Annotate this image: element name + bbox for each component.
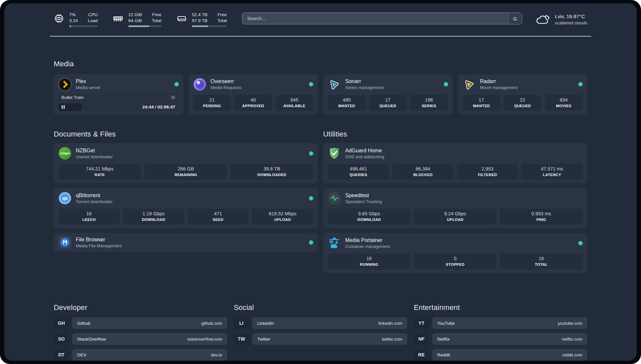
memory-free-label: Free [152, 12, 162, 18]
stat-leech: 16 LEECH [58, 209, 120, 225]
service-card-sonarr[interactable]: Sonarr Series management 485 WANTED 17 Q… [323, 74, 453, 115]
status-dot [309, 196, 313, 200]
service-name: AdGuard Home [345, 148, 384, 154]
stat-blocked: 86,384 BLOCKED [392, 164, 454, 180]
service-name: qBittorrent [76, 193, 112, 198]
service-card-overseerr[interactable]: Overseerr Media Requests 21 PENDING 40 A… [189, 74, 318, 115]
stat-filtered: 2,953 FILTERED [457, 164, 518, 180]
section-media: Media Plex Media server [54, 60, 587, 115]
bookmark-url: youtube.com [558, 321, 582, 326]
adguard-icon [328, 147, 341, 160]
stat-latency: 47.571 ms LATENCY [521, 164, 583, 180]
memory-progress-bar [128, 25, 161, 27]
bookmark-abbr: SO [54, 333, 69, 345]
disk-progress-bar [192, 25, 227, 27]
service-card-speedtest[interactable]: Speedtest Speedtest Tracking 9.65 Gbps D… [323, 188, 587, 228]
service-description: DNS and adblocking [345, 154, 384, 159]
service-card-radarr[interactable]: Radarr Movie management 17 WANTED 22 QUE… [458, 74, 588, 115]
search-provider-button[interactable]: G [508, 13, 522, 24]
section-heading-social: Social [234, 303, 407, 312]
disk-free-value: 52.4 TB [192, 12, 207, 18]
status-dot [309, 240, 313, 245]
bookmark-twitter[interactable]: TW Twitter twitter.com [234, 333, 407, 345]
cpu-load-value: 3.24 [69, 18, 78, 24]
section-heading-documents: Documents & Files [54, 130, 318, 138]
service-name: NZBGet [76, 148, 113, 154]
service-description: Movie management [480, 85, 518, 90]
status-dot [309, 151, 313, 156]
stat-stopped: 0 STOPPED [414, 254, 497, 269]
status-dot [174, 82, 179, 86]
stat-upload: 9.24 Gbps UPLOAD [414, 209, 497, 225]
plex-icon [58, 78, 72, 91]
sonarr-icon [328, 78, 341, 91]
stat-remaining: 266 GB REMAINING [144, 164, 227, 180]
service-name: Speedtest [345, 193, 382, 198]
stat-wanted: 485 WANTED [328, 95, 366, 111]
bookmark-abbr: YT [414, 317, 429, 329]
stat-pending: 21 PENDING [193, 95, 231, 111]
service-description: Usenet downloader [76, 154, 113, 159]
bookmark-group-entertainment: Entertainment YT YouTube youtube.com NF … [414, 297, 587, 361]
stat-running: 16 RUNNING [328, 254, 411, 269]
weather-location: Lviv, 16.87°C [555, 14, 587, 19]
video-icon [170, 95, 176, 100]
status-dot [309, 82, 313, 86]
bookmark-reddit[interactable]: RE Reddit reddit.com [414, 349, 587, 361]
speedtest-icon [328, 192, 341, 205]
pause-icon[interactable] [62, 105, 65, 109]
bookmark-url: reddit.com [562, 352, 582, 357]
service-card-plex[interactable]: Plex Media server Bullet Train [54, 74, 183, 115]
stat-queued: 17 QUEUED [369, 95, 407, 111]
stat-total: 16 TOTAL [500, 254, 583, 269]
service-name: Radarr [480, 78, 518, 84]
stat-wanted: 17 WANTED [463, 95, 501, 111]
bookmark-name: DEV [77, 352, 86, 357]
cpu-usage-label: CPU [88, 12, 98, 18]
now-playing-row: Bullet Train [58, 94, 179, 102]
weather-widget: Lviv, 16.87°C scattered clouds [535, 13, 587, 26]
bookmark-url: netflix.com [562, 337, 582, 342]
stat-download: 1.19 Gbps DOWNLOAD [123, 209, 184, 225]
bookmark-dev[interactable]: DT DEV dev.to [54, 349, 227, 361]
search-input[interactable] [242, 13, 508, 24]
service-description: Container management [345, 244, 390, 249]
bookmark-name: StackOverflow [77, 337, 106, 342]
bookmark-name: LinkedIn [257, 321, 274, 326]
search-bar: G [242, 13, 522, 24]
bookmark-name: Netflix [437, 337, 450, 342]
disk-total-value: 97.9 TB [192, 18, 207, 24]
service-card-nzbget[interactable]: nzbget NZBGet Usenet downloader 744.21 M… [54, 143, 318, 183]
section-heading-developer: Developer [54, 303, 227, 312]
status-dot [578, 241, 583, 245]
bookmark-github[interactable]: GH Github github.com [54, 317, 227, 329]
bookmark-youtube[interactable]: YT YouTube youtube.com [414, 317, 587, 329]
stat-seed: 471 SEED [188, 209, 249, 225]
disk-total-label: Total [217, 18, 227, 24]
stat-upload: 618.52 Mbps UPLOAD [252, 209, 313, 225]
bookmark-netflix[interactable]: NF Netflix netflix.com [414, 333, 587, 345]
stat-ping: 0.993 ms PING [500, 209, 583, 225]
disk-widget: 52.4 TB 97.9 TB Free Total [176, 12, 227, 27]
service-description: Speedtest Tracking [345, 199, 382, 204]
bookmark-name: Reddit [437, 352, 450, 357]
svg-text:qb: qb [62, 196, 68, 201]
bookmark-linkedin[interactable]: LI LinkedIn linkedin.com [234, 317, 407, 329]
service-description: Media Requests [211, 85, 242, 90]
ram-icon [113, 13, 124, 24]
bookmark-stackoverflow[interactable]: SO StackOverflow stackoverflow.com [54, 333, 227, 345]
portainer-icon [328, 236, 341, 250]
bookmark-name: Github [77, 321, 90, 326]
service-name: Sonarr [345, 78, 383, 84]
now-playing-title: Bullet Train [61, 95, 84, 100]
disk-stats: 52.4 TB 97.9 TB Free Total [192, 12, 227, 27]
service-card-qbittorrent[interactable]: qb qBittorrent Torrent downloader 16 LEE… [54, 188, 318, 228]
service-card-filebrowser[interactable]: File Browser Media File Management [54, 233, 318, 252]
bookmark-abbr: LI [234, 317, 249, 329]
service-card-portainer[interactable]: Media Portainer Container management 16 … [323, 233, 587, 273]
bookmark-abbr: GH [54, 317, 69, 329]
service-card-adguard[interactable]: AdGuard Home DNS and adblocking 498,461 … [323, 143, 587, 183]
stat-download: 9.65 Gbps DOWNLOAD [328, 209, 411, 225]
qbittorrent-icon: qb [58, 192, 72, 205]
section-heading-entertainment: Entertainment [414, 303, 587, 312]
